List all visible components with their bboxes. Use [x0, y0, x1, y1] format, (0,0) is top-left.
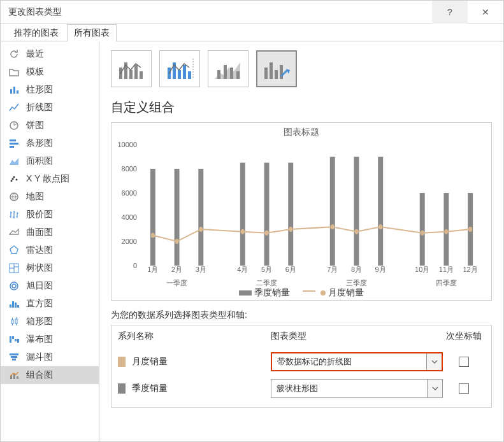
chart-subtype-row: [111, 50, 492, 87]
sidebar-item-label: 直方图: [26, 298, 53, 310]
dropdown-value: 带数据标记的折线图: [272, 356, 426, 367]
header-chart-type: 图表类型: [271, 331, 443, 342]
sidebar-item-sunburst[interactable]: 旭日图: [1, 277, 99, 295]
svg-rect-39: [183, 65, 186, 79]
sidebar-item-column[interactable]: 柱形图: [1, 81, 99, 99]
tab-recommended[interactable]: 推荐的图表: [7, 24, 66, 41]
chart-title: 图表标题: [112, 123, 491, 138]
radar-icon: [8, 245, 20, 256]
sidebar-item-combo[interactable]: 组合图: [1, 366, 99, 384]
svg-rect-40: [188, 71, 191, 79]
sidebar-item-label: 柱形图: [26, 84, 53, 96]
svg-rect-52: [240, 163, 245, 266]
svg-rect-25: [10, 353, 18, 355]
svg-rect-47: [275, 70, 278, 79]
legend-label: 月度销量: [328, 287, 364, 297]
sidebar-item-pie[interactable]: 饼图: [1, 117, 99, 134]
series-name: 季度销量: [132, 383, 168, 393]
svg-rect-6: [10, 146, 14, 148]
sidebar-item-label: 漏斗图: [26, 352, 53, 363]
svg-rect-34: [134, 65, 138, 79]
svg-point-9: [16, 179, 18, 181]
chart-type-dropdown[interactable]: 带数据标记的折线图: [271, 352, 443, 371]
funnel-icon: [8, 352, 20, 363]
close-button[interactable]: ✕: [468, 1, 503, 24]
scatter-icon: [8, 173, 20, 185]
sidebar-item-bar[interactable]: 条形图: [1, 134, 99, 152]
svg-point-68: [354, 229, 358, 234]
chart-type-dropdown[interactable]: 簇状柱形图: [271, 379, 443, 398]
svg-point-7: [11, 180, 13, 182]
chevron-down-icon: [427, 380, 442, 397]
sidebar-item-histogram[interactable]: 直方图: [1, 295, 99, 313]
svg-rect-53: [264, 163, 270, 266]
help-button[interactable]: ?: [432, 1, 468, 24]
sidebar-item-label: X Y 散点图: [26, 173, 69, 185]
sidebar-item-radar[interactable]: 雷达图: [1, 241, 99, 259]
svg-rect-38: [178, 70, 181, 79]
svg-point-66: [289, 227, 292, 232]
svg-rect-19: [11, 320, 13, 324]
svg-point-14: [12, 284, 16, 288]
bar-chart-icon: [8, 138, 20, 149]
svg-point-8: [13, 176, 15, 178]
tab-all[interactable]: 所有图表: [67, 24, 117, 41]
sidebar-item-area[interactable]: 面积图: [1, 152, 99, 170]
svg-point-65: [265, 231, 269, 236]
sidebar-item-line[interactable]: 折线图: [1, 99, 99, 117]
titlebar: 更改图表类型 ? ✕: [1, 1, 503, 24]
svg-point-64: [241, 229, 245, 234]
legend-label: 季度销量: [254, 287, 290, 297]
svg-rect-21: [10, 336, 11, 343]
legend-swatch-icon: [239, 290, 252, 296]
sidebar-item-map[interactable]: 地图: [1, 188, 99, 206]
sidebar-item-stock[interactable]: 股价图: [1, 206, 99, 224]
folder-icon: [8, 66, 20, 78]
pie-chart-icon: [8, 120, 20, 131]
svg-rect-46: [270, 62, 273, 79]
sidebar-item-templates[interactable]: 模板: [1, 63, 99, 81]
svg-rect-17: [15, 303, 17, 308]
svg-rect-51: [198, 169, 203, 266]
sidebar-item-scatter[interactable]: X Y 散点图: [1, 170, 99, 188]
sidebar-item-treemap[interactable]: 树状图: [1, 259, 99, 277]
svg-rect-23: [15, 339, 17, 341]
legend-line-icon: [303, 290, 315, 292]
svg-rect-33: [129, 70, 133, 79]
subtype-combo-3[interactable]: [208, 50, 248, 87]
svg-point-70: [421, 231, 424, 236]
sidebar-item-label: 条形图: [26, 138, 53, 149]
svg-rect-45: [264, 68, 268, 79]
subtype-combo-2[interactable]: [159, 50, 200, 87]
svg-rect-18: [17, 305, 19, 308]
subtype-combo-custom[interactable]: [256, 50, 297, 87]
secondary-axis-checkbox[interactable]: [459, 383, 469, 394]
sidebar-item-label: 组合图: [26, 369, 53, 381]
sidebar-item-label: 曲面图: [26, 227, 53, 238]
svg-rect-30: [17, 376, 18, 379]
surface-icon: [8, 227, 20, 238]
svg-rect-2: [17, 90, 18, 94]
sidebar: 最近 模板 柱形图 折线图 饼图 条形图 面积图 X Y 散点图 地图 股价图 …: [1, 41, 99, 442]
svg-point-62: [175, 239, 179, 244]
svg-rect-20: [15, 319, 17, 324]
sidebar-item-recent[interactable]: 最近: [1, 45, 99, 63]
legend: 季度销量 月度销量: [112, 287, 491, 299]
series-name: 月度销量: [132, 356, 168, 366]
sidebar-item-label: 地图: [26, 191, 44, 203]
sidebar-item-box[interactable]: 箱形图: [1, 313, 99, 331]
sidebar-item-label: 雷达图: [26, 245, 53, 256]
stock-icon: [8, 209, 20, 220]
secondary-axis-checkbox[interactable]: [459, 357, 469, 367]
sidebar-item-funnel[interactable]: 漏斗图: [1, 348, 99, 366]
svg-rect-4: [10, 139, 16, 141]
sidebar-item-label: 瀑布图: [26, 334, 53, 345]
recent-icon: [8, 48, 20, 60]
column-chart-icon: [8, 84, 20, 96]
sidebar-item-waterfall[interactable]: 瀑布图: [1, 331, 99, 348]
subtype-combo-1[interactable]: [111, 50, 152, 87]
y-axis: 0200040006000800010000: [112, 145, 140, 266]
main-area: 最近 模板 柱形图 折线图 饼图 条形图 面积图 X Y 散点图 地图 股价图 …: [1, 41, 503, 442]
sidebar-item-label: 箱形图: [26, 316, 53, 327]
sidebar-item-surface[interactable]: 曲面图: [1, 224, 99, 241]
